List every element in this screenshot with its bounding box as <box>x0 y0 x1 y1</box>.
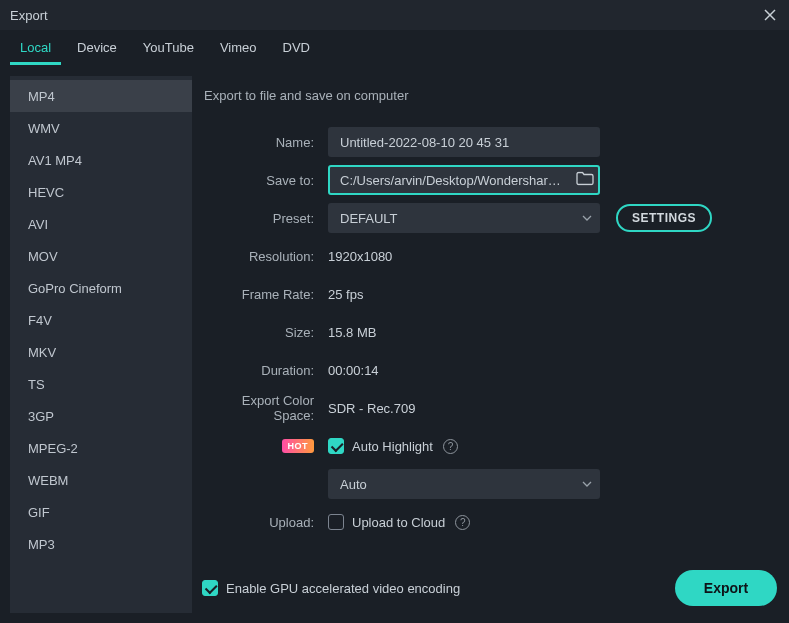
titlebar: Export <box>0 0 789 30</box>
sidebar-item-gif[interactable]: GIF <box>10 496 192 528</box>
tab-bar: Local Device YouTube Vimeo DVD <box>0 30 789 66</box>
gpu-checkbox[interactable] <box>202 580 218 596</box>
sidebar-item-hevc[interactable]: HEVC <box>10 176 192 208</box>
name-input[interactable] <box>328 127 600 157</box>
folder-icon <box>576 172 594 186</box>
hot-badge: HOT <box>282 439 315 453</box>
auto-highlight-checkbox[interactable] <box>328 438 344 454</box>
settings-button[interactable]: SETTINGS <box>616 204 712 232</box>
save-to-input[interactable] <box>328 165 600 195</box>
sidebar-item-wmv[interactable]: WMV <box>10 112 192 144</box>
help-icon[interactable]: ? <box>443 439 458 454</box>
label-colorspace: Export Color Space: <box>202 393 328 423</box>
tab-youtube[interactable]: YouTube <box>133 32 204 65</box>
format-sidebar: MP4 WMV AV1 MP4 HEVC AVI MOV GoPro Cinef… <box>10 76 192 613</box>
label-name: Name: <box>202 135 328 150</box>
label-resolution: Resolution: <box>202 249 328 264</box>
settings-panel: Export to file and save on computer Name… <box>202 76 779 613</box>
sidebar-item-mp3[interactable]: MP3 <box>10 528 192 560</box>
value-resolution: 1920x1080 <box>328 249 392 264</box>
label-upload: Upload: <box>202 515 328 530</box>
sidebar-item-mpeg2[interactable]: MPEG-2 <box>10 432 192 464</box>
value-colorspace: SDR - Rec.709 <box>328 401 415 416</box>
sidebar-item-f4v[interactable]: F4V <box>10 304 192 336</box>
tab-vimeo[interactable]: Vimeo <box>210 32 267 65</box>
panel-heading: Export to file and save on computer <box>204 88 779 103</box>
tab-device[interactable]: Device <box>67 32 127 65</box>
sidebar-item-mp4[interactable]: MP4 <box>10 80 192 112</box>
sidebar-item-mov[interactable]: MOV <box>10 240 192 272</box>
footer: Enable GPU accelerated video encoding Ex… <box>202 563 779 613</box>
sidebar-item-gopro[interactable]: GoPro Cineform <box>10 272 192 304</box>
tab-dvd[interactable]: DVD <box>273 32 320 65</box>
preset-select[interactable]: DEFAULT <box>328 203 600 233</box>
export-button[interactable]: Export <box>675 570 777 606</box>
browse-folder-button[interactable] <box>576 172 594 189</box>
upload-cloud-checkbox[interactable] <box>328 514 344 530</box>
close-button[interactable] <box>761 6 779 24</box>
sidebar-item-av1-mp4[interactable]: AV1 MP4 <box>10 144 192 176</box>
close-icon <box>764 9 776 21</box>
label-saveto: Save to: <box>202 173 328 188</box>
label-size: Size: <box>202 325 328 340</box>
tab-local[interactable]: Local <box>10 32 61 65</box>
sidebar-item-3gp[interactable]: 3GP <box>10 400 192 432</box>
auto-highlight-label: Auto Highlight <box>352 439 433 454</box>
label-framerate: Frame Rate: <box>202 287 328 302</box>
sidebar-item-mkv[interactable]: MKV <box>10 336 192 368</box>
sidebar-item-avi[interactable]: AVI <box>10 208 192 240</box>
help-icon[interactable]: ? <box>455 515 470 530</box>
value-framerate: 25 fps <box>328 287 363 302</box>
upload-cloud-label: Upload to Cloud <box>352 515 445 530</box>
auto-highlight-select[interactable]: Auto <box>328 469 600 499</box>
value-size: 15.8 MB <box>328 325 376 340</box>
label-preset: Preset: <box>202 211 328 226</box>
value-duration: 00:00:14 <box>328 363 379 378</box>
sidebar-item-webm[interactable]: WEBM <box>10 464 192 496</box>
window-title: Export <box>10 8 48 23</box>
gpu-label: Enable GPU accelerated video encoding <box>226 581 460 596</box>
sidebar-item-ts[interactable]: TS <box>10 368 192 400</box>
label-duration: Duration: <box>202 363 328 378</box>
